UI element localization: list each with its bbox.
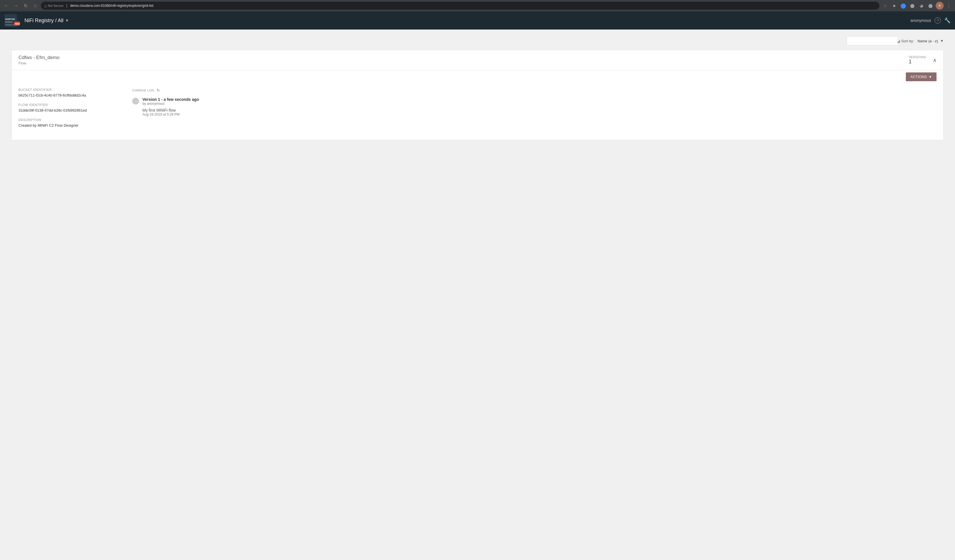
actions-chevron-icon: ▼ [928,75,932,79]
browser-toolbar: ← → ↻ ⌂ △ Not Secure | demo.cloudera.com… [0,0,955,11]
app-header-right: anonymous ? 🔧 [911,17,950,23]
ext-button-5[interactable]: ⬤ [927,2,935,10]
username-label: anonymous [911,18,931,23]
flow-name: Cdfws - Efm_demo [19,55,60,61]
flow-versions-section: VERSIONS 1 ∧ [909,55,936,65]
profile-button[interactable]: A [936,2,944,10]
bucket-identifier-label: BUCKET IDENTIFIER [19,88,110,92]
main-content: ◢ Sort by: Name (a - z) ▼ Cdfws - Efm_de… [0,30,955,560]
not-secure-indicator: △ Not Secure [44,4,63,8]
more-button[interactable]: ⋮ [945,2,953,10]
change-log-section: CHANGE LOG ↻ Version 1 - a few seconds a… [132,88,936,133]
version-title: Version 1 - a few seconds ago [142,97,199,101]
sort-value: Name (a - z) [917,39,938,43]
version-description: My first MiNiFi flow [142,108,199,112]
address-bar[interactable]: △ Not Secure | demo.cloudera.com:61080/n… [41,2,879,10]
app-header: HORTON WORKS DATAFLOW HDF NiFi Registry … [0,11,955,30]
not-secure-label: Not Secure [48,4,63,8]
flow-meta: BUCKET IDENTIFIER b625c711-f2cb-4c40-877… [19,88,110,133]
versions-label: VERSIONS [909,55,926,59]
actions-label: ACTIONS [910,75,927,79]
flow-type: Flow [19,61,60,65]
forward-button[interactable]: → [12,2,20,10]
warning-icon: △ [44,4,47,8]
app-header-left: HORTON WORKS DATAFLOW HDF NiFi Registry … [5,14,69,27]
ext-button-3[interactable]: ⬤ [908,2,916,10]
app-title: NiFi Registry / All ▼ [24,17,69,23]
change-log-title: CHANGE LOG [132,89,154,92]
ext-button-1[interactable]: ■ [890,2,898,10]
hdf-logo: HORTON WORKS DATAFLOW HDF [5,14,21,27]
bucket-identifier-section: BUCKET IDENTIFIER b625c711-f2cb-4c40-877… [19,88,110,97]
reload-button[interactable]: ↻ [22,2,30,10]
help-icon: ? [935,17,941,23]
bookmark-button[interactable]: ☆ [881,2,889,10]
flow-identifier-value: 31dde39f-0138-47dd-b28c-01fb992861ed [19,108,110,112]
browser-chrome: ← → ↻ ⌂ △ Not Secure | demo.cloudera.com… [0,0,955,11]
version-author: by anonymous [142,101,199,106]
svg-text:HDF: HDF [15,22,20,25]
flow-card-body: BUCKET IDENTIFIER b625c711-f2cb-4c40-877… [12,81,943,140]
sort-by-label: Sort by: [901,39,914,43]
address-text: demo.cloudera.com:61080/nifi-registry/ex… [70,4,153,8]
app-title-dropdown-icon[interactable]: ▼ [65,18,69,23]
wrench-icon: 🔧 [944,17,950,23]
collapse-icon: ∧ [933,58,936,63]
help-button[interactable]: ? [935,17,941,23]
version-entry: Version 1 - a few seconds ago by anonymo… [132,97,936,117]
toolbar: ◢ Sort by: Name (a - z) ▼ [11,36,944,45]
ext-button-2[interactable]: ⬤ [899,2,907,10]
version-dot [132,98,139,105]
flow-card-header: Cdfws - Efm_demo Flow VERSIONS 1 ∧ [12,50,943,70]
home-button[interactable]: ⌂ [31,2,39,10]
actions-button[interactable]: ACTIONS ▼ [906,72,936,81]
back-button[interactable]: ← [2,2,10,10]
flow-card-actions-row: ACTIONS ▼ [12,70,943,81]
description-value: Created by MiNiFi C2 Flow Designer [19,123,110,128]
version-date: Aug-16-2019 at 5:29 PM [142,112,199,117]
ext-button-4[interactable]: ◕ [917,2,925,10]
svg-text:HORTON: HORTON [5,18,15,20]
app-title-text: NiFi Registry / All [24,17,63,23]
settings-button[interactable]: 🔧 [944,17,950,23]
bucket-identifier-value: b625c711-f2cb-4c40-8778-6cf6bd8d2c4a [19,93,110,97]
browser-actions: ☆ ■ ⬤ ⬤ ◕ ⬤ A ⋮ [881,2,953,10]
refresh-icon[interactable]: ↻ [157,88,160,92]
collapse-button[interactable]: ∧ [933,57,936,63]
flow-identifier-label: FLOW IDENTIFIER [19,103,110,106]
sort-chevron-icon: ▼ [940,39,944,43]
flow-identifier-section: FLOW IDENTIFIER 31dde39f-0138-47dd-b28c-… [19,103,110,112]
description-label: DESCRIPTION [19,118,110,122]
sort-wrapper[interactable]: Name (a - z) ▼ [917,39,944,43]
flow-card: Cdfws - Efm_demo Flow VERSIONS 1 ∧ ACTIO… [11,50,944,140]
filter-input[interactable] [849,39,897,43]
description-section: DESCRIPTION Created by MiNiFi C2 Flow De… [19,118,110,128]
filter-input-wrapper[interactable]: ◢ [847,36,898,45]
version-info: Version 1 - a few seconds ago by anonymo… [142,97,199,117]
versions-block: VERSIONS 1 [909,55,926,65]
filter-icon: ◢ [897,39,900,43]
versions-count: 1 [909,59,926,65]
svg-text:WORKS: WORKS [5,21,13,23]
change-log-header: CHANGE LOG ↻ [132,88,936,92]
flow-title-section: Cdfws - Efm_demo Flow [19,55,60,65]
